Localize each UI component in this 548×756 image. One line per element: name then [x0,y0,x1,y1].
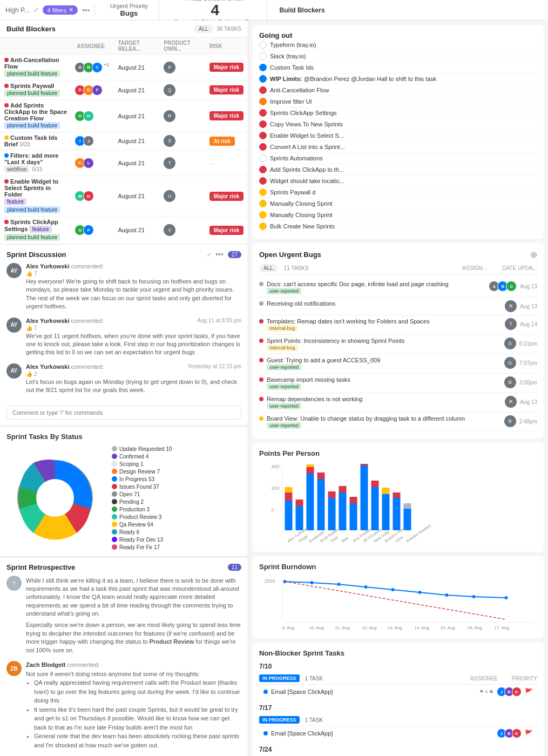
filters-badge[interactable]: 4 filters ✕ [43,5,77,15]
upvote-icon[interactable]: 👍 [26,325,32,331]
dot-indicator [259,301,263,306]
more-options-icon[interactable]: ••• [82,6,90,15]
task-name: Anti-Cancellation Flow planned build fea… [0,55,72,80]
friday-builds-section: Friday Builds in a Row 4 Successful Frid… [164,0,267,20]
comment-input[interactable] [6,406,241,420]
burndown-chart: 2000 9. Aug 10. Aug 11. [259,576,537,630]
svg-rect-29 [393,492,401,498]
task-owner: T [159,150,205,176]
urgent-priority-section: Urgent Priority Bugs [99,0,159,20]
legend-item: Update Requested 10 [112,446,172,452]
dot-indicator [4,84,9,88]
status-circle [259,41,267,49]
svg-text:Todd: Todd [330,535,339,543]
legend-item: Issues Found 37 [112,484,172,490]
more-icon[interactable]: ••• [215,250,224,259]
svg-point-53 [445,593,449,597]
dot-indicator [259,397,263,401]
status-circle [259,98,267,105]
bug-row: Remap dependencies is not working user-r… [259,393,537,413]
expand-icon[interactable]: ⤢ [207,252,211,258]
comment-item: AY Alex Yurkowski commented: 👍 7 Hey eve… [6,263,241,311]
expand-icon[interactable]: ⤢ [33,6,38,14]
open-bugs-title: Open Urgent Bugs [259,251,321,259]
table-row: Enable Widget to Select Sprints in Folde… [0,176,248,217]
task-tag: planned build feature [4,122,60,129]
comment-author: Alex Yurkowski commented: [26,318,104,324]
task-assignees: IJ [72,132,113,150]
dot-indicator [4,179,9,184]
comment-avatar: AY [6,263,22,278]
add-bug-icon[interactable]: ⊕ [530,249,537,260]
svg-point-1 [36,479,74,517]
task-count: 1 TASK [305,676,323,681]
task-owner: Q [159,80,205,100]
retro-list: QA really appreciated having requirement… [34,678,241,750]
bugs-count: 11 TASKS [284,265,309,271]
svg-text:13. Aug: 13. Aug [388,625,402,630]
dot-indicator [259,339,263,343]
col-product: PRODUCT OWN... [159,38,205,55]
svg-text:0: 0 [272,507,274,512]
svg-rect-28 [393,498,401,530]
points-per-person-panel: Points Per Person 400 200 0 [253,443,544,552]
task-assignees: DEF [72,80,113,100]
table-row: Anti-Cancellation Flow planned build fea… [0,55,248,80]
retro-comment: ? While I still think we're killing it a… [6,576,241,655]
col-name [0,38,72,55]
list-item: Widget should take locatio... [259,176,537,187]
svg-rect-16 [328,498,336,530]
svg-text:16. Aug: 16. Aug [468,625,482,630]
list-item: Copy Views To New Sprints [259,119,537,130]
all-badge[interactable]: ALL [259,264,278,272]
svg-text:17. Aug: 17. Aug [495,625,509,630]
svg-point-54 [472,595,476,598]
task-name: Sprints ClickApp Settings feature planne… [0,217,72,244]
close-icon[interactable]: ✕ [69,6,73,14]
build-blockers-header: Build Blockers [272,6,543,14]
task-tag: webflow [4,166,29,173]
list-item: Sprints Paywall d [259,187,537,198]
list-item: Convert A List into a Sprint... [259,141,537,153]
table-row: Add Sprints ClickApp to the Space Creati… [0,100,248,132]
upvote-icon[interactable]: 👍 [26,371,32,377]
sprint-burndown-panel: Sprint Burndown 2000 9. [253,556,544,638]
svg-text:10. Aug: 10. Aug [309,625,324,630]
bug-tag: user-reported [267,364,301,370]
bug-row: Board View: Unable to change status by d… [259,413,537,432]
task-name: Email [Space ClickApp] [271,688,476,695]
legend-item: Scoping 1 [112,461,172,467]
upvote-icon[interactable]: 👍 [26,271,32,276]
svg-rect-27 [382,488,390,494]
bug-row: Basecamp import missing tasks user-repor… [259,374,537,393]
status-circle [259,143,267,151]
list-item: Bulk Create New Sprints [259,221,537,232]
status-circle [259,166,267,173]
sprint-discussion-title: Sprint Discussion [6,251,66,259]
svg-rect-18 [339,492,347,530]
status-circle [259,132,267,139]
svg-rect-23 [361,464,368,465]
all-badge[interactable]: ALL [194,25,213,33]
list-item: Custom Task Ids [259,62,537,73]
status-circle [259,64,267,71]
task-date: August 21 [114,55,160,80]
task-name: Add Sprints ClickApp to the Space Creati… [0,100,72,132]
svg-point-51 [391,588,395,591]
status-badge: IN PROGRESS [259,716,300,724]
svg-rect-10 [296,500,303,506]
svg-rect-13 [307,464,314,467]
svg-rect-24 [371,487,379,530]
top-bar: High P... ⤢ 4 filters ✕ ••• Urgent Prior… [0,0,548,21]
friday-num: 4 [174,2,256,19]
points-chart-title: Points Per Person [259,449,537,457]
comment-text: Not sure if weren't doing retros anymore… [26,670,241,678]
assignee-header: ASSIGNEE [470,676,498,681]
comment-text: Let's focus on bugs again on Monday (try… [26,378,241,395]
svg-rect-15 [317,473,325,479]
high-priority-label: High P... [5,6,29,14]
svg-rect-17 [328,491,336,498]
bug-date: Aug 13 [520,284,537,289]
legend-item: Design Review 7 [112,469,172,475]
svg-rect-25 [371,481,379,487]
